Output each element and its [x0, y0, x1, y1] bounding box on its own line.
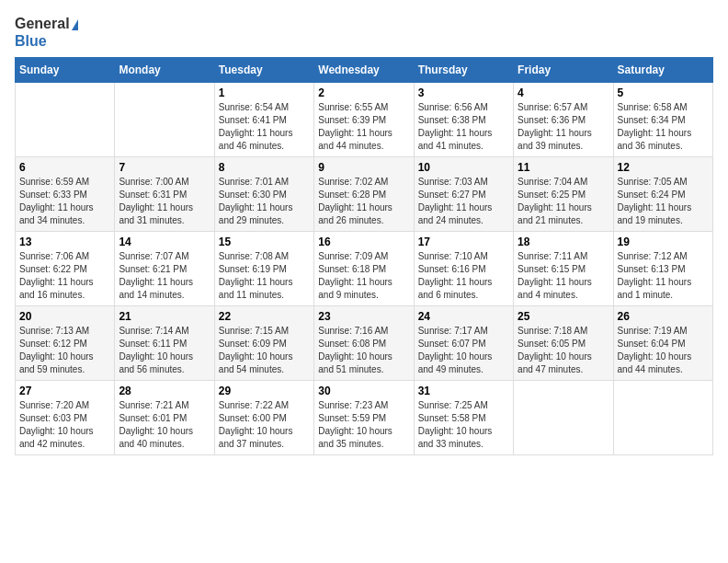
day-number: 16 [318, 236, 409, 248]
day-detail: Sunrise: 7:15 AM Sunset: 6:09 PM Dayligh… [219, 325, 310, 376]
calendar-cell: 26Sunrise: 7:19 AM Sunset: 6:04 PM Dayli… [613, 306, 712, 381]
calendar-cell: 20Sunrise: 7:13 AM Sunset: 6:12 PM Dayli… [16, 306, 115, 381]
logo: General Blue [15, 15, 78, 50]
day-detail: Sunrise: 6:56 AM Sunset: 6:38 PM Dayligh… [418, 101, 509, 153]
day-number: 31 [418, 385, 509, 397]
day-detail: Sunrise: 7:03 AM Sunset: 6:27 PM Dayligh… [418, 176, 509, 227]
day-number: 9 [318, 161, 409, 174]
day-number: 27 [19, 385, 110, 397]
calendar-cell: 19Sunrise: 7:12 AM Sunset: 6:13 PM Dayli… [613, 232, 712, 306]
weekday-header: Friday [514, 58, 613, 83]
day-number: 4 [518, 86, 609, 99]
day-detail: Sunrise: 7:21 AM Sunset: 6:01 PM Dayligh… [119, 399, 210, 451]
calendar-cell: 9Sunrise: 7:02 AM Sunset: 6:28 PM Daylig… [314, 157, 414, 232]
day-number: 2 [318, 86, 409, 99]
day-number: 23 [318, 310, 409, 323]
calendar-cell: 21Sunrise: 7:14 AM Sunset: 6:11 PM Dayli… [115, 306, 214, 381]
day-number: 11 [518, 161, 609, 174]
calendar-cell: 7Sunrise: 7:00 AM Sunset: 6:31 PM Daylig… [115, 157, 214, 232]
calendar-cell: 3Sunrise: 6:56 AM Sunset: 6:38 PM Daylig… [414, 83, 513, 157]
calendar-week-row: 27Sunrise: 7:20 AM Sunset: 6:03 PM Dayli… [16, 381, 713, 455]
day-number: 7 [119, 161, 210, 174]
calendar-week-row: 1Sunrise: 6:54 AM Sunset: 6:41 PM Daylig… [16, 83, 713, 157]
day-number: 20 [19, 310, 110, 323]
weekday-header: Wednesday [314, 58, 414, 83]
day-detail: Sunrise: 7:17 AM Sunset: 6:07 PM Dayligh… [418, 325, 509, 376]
day-detail: Sunrise: 7:00 AM Sunset: 6:31 PM Dayligh… [119, 176, 210, 227]
day-number: 13 [19, 236, 110, 248]
day-number: 28 [119, 385, 210, 397]
calendar-cell: 6Sunrise: 6:59 AM Sunset: 6:33 PM Daylig… [16, 157, 115, 232]
calendar-cell: 15Sunrise: 7:08 AM Sunset: 6:19 PM Dayli… [214, 232, 313, 306]
day-number: 30 [318, 385, 409, 397]
day-detail: Sunrise: 7:20 AM Sunset: 6:03 PM Dayligh… [19, 399, 110, 451]
calendar-week-row: 13Sunrise: 7:06 AM Sunset: 6:22 PM Dayli… [16, 232, 713, 306]
day-detail: Sunrise: 7:01 AM Sunset: 6:30 PM Dayligh… [219, 176, 310, 227]
day-detail: Sunrise: 7:18 AM Sunset: 6:05 PM Dayligh… [518, 325, 609, 376]
calendar-cell [613, 381, 712, 455]
day-detail: Sunrise: 6:58 AM Sunset: 6:34 PM Dayligh… [618, 101, 709, 153]
weekday-header: Monday [115, 58, 214, 83]
calendar-cell: 13Sunrise: 7:06 AM Sunset: 6:22 PM Dayli… [16, 232, 115, 306]
day-detail: Sunrise: 7:06 AM Sunset: 6:22 PM Dayligh… [19, 250, 110, 302]
calendar-cell: 4Sunrise: 6:57 AM Sunset: 6:36 PM Daylig… [514, 83, 613, 157]
calendar-cell: 22Sunrise: 7:15 AM Sunset: 6:09 PM Dayli… [214, 306, 313, 381]
day-detail: Sunrise: 7:08 AM Sunset: 6:19 PM Dayligh… [219, 250, 310, 302]
day-number: 25 [518, 310, 609, 323]
day-number: 5 [618, 86, 709, 99]
day-detail: Sunrise: 7:12 AM Sunset: 6:13 PM Dayligh… [618, 250, 709, 302]
day-number: 29 [219, 385, 310, 397]
day-number: 10 [418, 161, 509, 174]
day-number: 8 [219, 161, 310, 174]
day-number: 3 [418, 86, 509, 99]
calendar-cell: 12Sunrise: 7:05 AM Sunset: 6:24 PM Dayli… [613, 157, 712, 232]
day-number: 21 [119, 310, 210, 323]
day-number: 17 [418, 236, 509, 248]
logo-general: General [15, 15, 78, 32]
weekday-header: Thursday [414, 58, 513, 83]
calendar-cell: 10Sunrise: 7:03 AM Sunset: 6:27 PM Dayli… [414, 157, 513, 232]
calendar-cell [16, 83, 115, 157]
calendar-cell: 25Sunrise: 7:18 AM Sunset: 6:05 PM Dayli… [514, 306, 613, 381]
day-detail: Sunrise: 7:04 AM Sunset: 6:25 PM Dayligh… [518, 176, 609, 227]
day-detail: Sunrise: 7:13 AM Sunset: 6:12 PM Dayligh… [19, 325, 110, 376]
calendar-table: SundayMondayTuesdayWednesdayThursdayFrid… [15, 57, 713, 455]
day-detail: Sunrise: 7:14 AM Sunset: 6:11 PM Dayligh… [119, 325, 210, 376]
day-number: 15 [219, 236, 310, 248]
day-detail: Sunrise: 7:07 AM Sunset: 6:21 PM Dayligh… [119, 250, 210, 302]
day-detail: Sunrise: 7:10 AM Sunset: 6:16 PM Dayligh… [418, 250, 509, 302]
day-detail: Sunrise: 7:19 AM Sunset: 6:04 PM Dayligh… [618, 325, 709, 376]
calendar-cell: 18Sunrise: 7:11 AM Sunset: 6:15 PM Dayli… [514, 232, 613, 306]
calendar-week-row: 6Sunrise: 6:59 AM Sunset: 6:33 PM Daylig… [16, 157, 713, 232]
calendar-cell: 23Sunrise: 7:16 AM Sunset: 6:08 PM Dayli… [314, 306, 414, 381]
calendar-cell: 1Sunrise: 6:54 AM Sunset: 6:41 PM Daylig… [214, 83, 313, 157]
day-detail: Sunrise: 7:02 AM Sunset: 6:28 PM Dayligh… [318, 176, 409, 227]
calendar-cell: 2Sunrise: 6:55 AM Sunset: 6:39 PM Daylig… [314, 83, 414, 157]
weekday-header: Tuesday [214, 58, 313, 83]
day-detail: Sunrise: 7:16 AM Sunset: 6:08 PM Dayligh… [318, 325, 409, 376]
day-number: 6 [19, 161, 110, 174]
calendar-cell [115, 83, 214, 157]
day-detail: Sunrise: 7:05 AM Sunset: 6:24 PM Dayligh… [618, 176, 709, 227]
day-detail: Sunrise: 7:22 AM Sunset: 6:00 PM Dayligh… [219, 399, 310, 451]
weekday-header: Sunday [16, 58, 115, 83]
day-detail: Sunrise: 6:59 AM Sunset: 6:33 PM Dayligh… [19, 176, 110, 227]
calendar-cell: 17Sunrise: 7:10 AM Sunset: 6:16 PM Dayli… [414, 232, 513, 306]
day-number: 19 [618, 236, 709, 248]
logo-blue: Blue [15, 32, 47, 50]
calendar-header-row: SundayMondayTuesdayWednesdayThursdayFrid… [16, 58, 713, 83]
day-number: 12 [618, 161, 709, 174]
calendar-cell: 11Sunrise: 7:04 AM Sunset: 6:25 PM Dayli… [514, 157, 613, 232]
day-number: 1 [219, 86, 310, 99]
calendar-cell: 24Sunrise: 7:17 AM Sunset: 6:07 PM Dayli… [414, 306, 513, 381]
calendar-cell [514, 381, 613, 455]
day-detail: Sunrise: 7:23 AM Sunset: 5:59 PM Dayligh… [318, 399, 409, 451]
day-number: 22 [219, 310, 310, 323]
calendar-cell: 31Sunrise: 7:25 AM Sunset: 5:58 PM Dayli… [414, 381, 513, 455]
calendar-cell: 27Sunrise: 7:20 AM Sunset: 6:03 PM Dayli… [16, 381, 115, 455]
day-detail: Sunrise: 6:54 AM Sunset: 6:41 PM Dayligh… [219, 101, 310, 153]
day-detail: Sunrise: 6:57 AM Sunset: 6:36 PM Dayligh… [518, 101, 609, 153]
calendar-cell: 8Sunrise: 7:01 AM Sunset: 6:30 PM Daylig… [214, 157, 313, 232]
day-detail: Sunrise: 7:09 AM Sunset: 6:18 PM Dayligh… [318, 250, 409, 302]
calendar-cell: 14Sunrise: 7:07 AM Sunset: 6:21 PM Dayli… [115, 232, 214, 306]
